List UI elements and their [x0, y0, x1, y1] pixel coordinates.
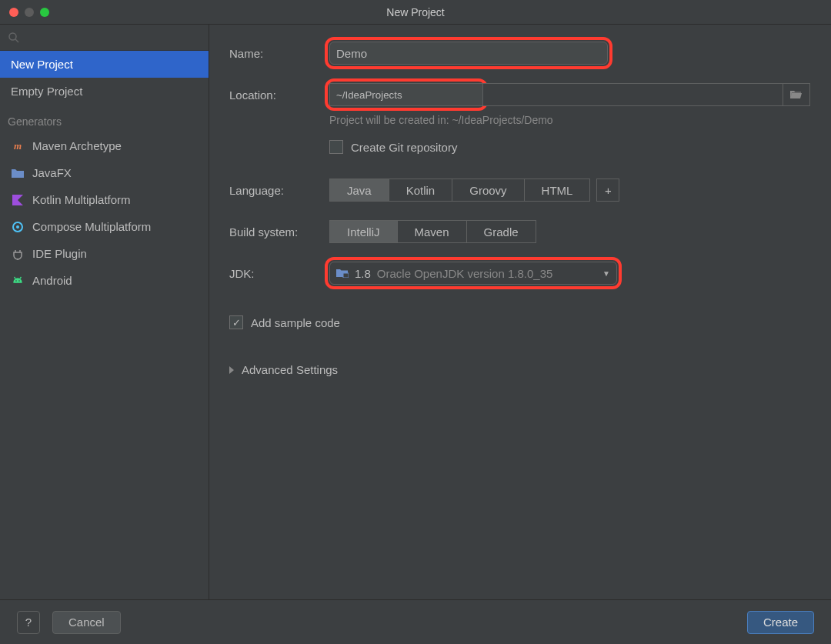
sidebar-section-label: Generators [0, 105, 209, 132]
build-option-maven[interactable]: Maven [398, 221, 467, 242]
language-label: Language: [229, 184, 329, 197]
search-icon [8, 32, 20, 44]
build-option-intellij[interactable]: IntelliJ [330, 221, 398, 242]
build-system-segmented: IntelliJ Maven Gradle [329, 220, 536, 243]
cancel-button[interactable]: Cancel [52, 611, 121, 634]
location-hint: Project will be created in: ~/IdeaProjec… [329, 114, 811, 126]
folder-icon [11, 166, 25, 180]
language-option-java[interactable]: Java [330, 179, 389, 201]
compose-icon [11, 220, 25, 234]
plug-icon [11, 247, 25, 261]
row-jdk: JDK: 1.8 Oracle OpenJDK version 1.8.0_35… [229, 259, 811, 288]
close-window-button[interactable] [9, 8, 18, 17]
sidebar-item-label: IDE Plugin [32, 247, 87, 260]
jdk-folder-icon [336, 267, 349, 280]
sidebar-item-javafx[interactable]: JavaFX [0, 159, 209, 186]
sidebar-item-label: New Project [11, 58, 73, 71]
advanced-settings-label: Advanced Settings [242, 363, 338, 376]
row-build-system: Build system: IntelliJ Maven Gradle [229, 217, 811, 246]
advanced-settings-toggle[interactable]: Advanced Settings [229, 363, 811, 376]
row-git: Create Git repository [329, 140, 811, 154]
svg-line-1 [15, 39, 18, 42]
main-panel: Name: Location: Project will be created … [209, 25, 831, 599]
chevron-down-icon: ▼ [602, 269, 610, 278]
row-sample-code: Add sample code [229, 315, 811, 329]
language-segmented: Java Kotlin Groovy HTML [329, 179, 590, 202]
git-checkbox[interactable] [329, 140, 343, 154]
titlebar: New Project [0, 0, 831, 25]
maximize-window-button[interactable] [40, 8, 49, 17]
svg-point-0 [9, 33, 16, 40]
sidebar-item-label: Maven Archetype [32, 139, 122, 152]
row-language: Language: Java Kotlin Groovy HTML + [229, 175, 811, 205]
build-system-label: Build system: [229, 225, 329, 239]
sidebar-item-ide-plugin[interactable]: IDE Plugin [0, 240, 209, 267]
sample-code-label: Add sample code [251, 316, 340, 329]
android-icon [11, 274, 25, 288]
folder-open-icon [790, 90, 803, 99]
language-option-kotlin[interactable]: Kotlin [389, 179, 453, 201]
svg-point-3 [16, 225, 19, 229]
jdk-dropdown[interactable]: 1.8 Oracle OpenJDK version 1.8.0_35 ▼ [329, 262, 617, 285]
sidebar-item-new-project[interactable]: New Project [0, 51, 209, 78]
jdk-label: JDK: [229, 267, 329, 280]
sidebar-item-empty-project[interactable]: Empty Project [0, 78, 209, 105]
location-label: Location: [229, 88, 329, 102]
build-option-gradle[interactable]: Gradle [467, 221, 536, 242]
window-title: New Project [0, 6, 831, 18]
sample-code-checkbox[interactable] [229, 315, 243, 329]
name-label: Name: [229, 47, 329, 60]
git-checkbox-label: Create Git repository [351, 141, 457, 154]
sidebar-item-label: Compose Multiplatform [32, 220, 151, 233]
sidebar-item-label: Android [32, 274, 72, 287]
sidebar-item-label: Empty Project [11, 85, 82, 98]
content-area: New Project Empty Project Generators m M… [0, 25, 831, 599]
chevron-right-icon [229, 366, 234, 374]
sidebar-item-maven-archetype[interactable]: m Maven Archetype [0, 132, 209, 159]
language-option-groovy[interactable]: Groovy [452, 179, 524, 201]
sidebar-item-label: Kotlin Multiplatform [32, 193, 131, 206]
svg-point-4 [15, 280, 17, 282]
row-location: Location: [229, 80, 811, 109]
sidebar-item-android[interactable]: Android [0, 267, 209, 294]
sidebar: New Project Empty Project Generators m M… [0, 25, 209, 599]
row-name: Name: [229, 38, 811, 68]
jdk-short-version: 1.8 [355, 267, 371, 280]
svg-point-5 [18, 280, 20, 282]
location-input-extension[interactable] [483, 83, 783, 106]
jdk-description: Oracle OpenJDK version 1.8.0_35 [377, 267, 596, 280]
location-field-wrap [329, 83, 810, 106]
kotlin-icon [11, 193, 25, 207]
sidebar-item-compose-multiplatform[interactable]: Compose Multiplatform [0, 213, 209, 240]
sidebar-item-label: JavaFX [32, 166, 72, 179]
sidebar-search[interactable] [0, 25, 209, 51]
language-option-html[interactable]: HTML [525, 179, 590, 201]
help-button[interactable]: ? [17, 611, 40, 634]
window-controls [0, 8, 49, 17]
minimize-window-button[interactable] [25, 8, 34, 17]
name-input[interactable] [329, 42, 608, 65]
add-language-button[interactable]: + [596, 179, 619, 202]
maven-icon: m [11, 139, 25, 153]
location-input[interactable] [329, 83, 483, 106]
footer: ? Cancel Create [0, 599, 831, 644]
create-button[interactable]: Create [747, 611, 814, 634]
svg-rect-6 [343, 273, 349, 278]
sidebar-item-kotlin-multiplatform[interactable]: Kotlin Multiplatform [0, 186, 209, 213]
browse-button[interactable] [783, 83, 810, 106]
